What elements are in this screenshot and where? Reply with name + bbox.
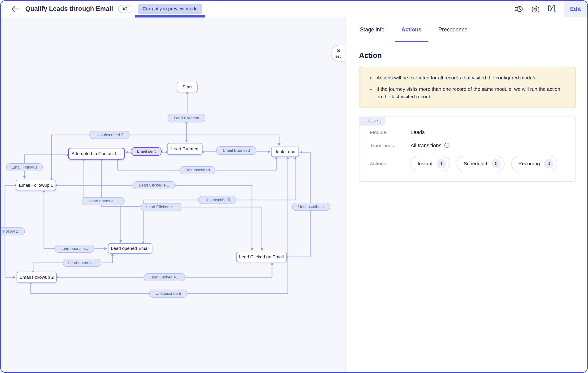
recurring-actions-button[interactable]: Recurring 0 xyxy=(511,156,557,171)
pill-label: Recurring xyxy=(518,161,540,166)
journey-canvas[interactable]: StartLead CreatedAttempted to Contact L.… xyxy=(1,17,346,372)
screenshot-button[interactable] xyxy=(531,4,540,14)
node-lead-opens-e-2[interactable]: Lead opens e... xyxy=(54,245,94,253)
pill-count-badge: 0 xyxy=(491,159,501,168)
node-lead-created[interactable]: Lead Created xyxy=(167,143,202,155)
app-window: Qualify Leads through Email V1 Currently… xyxy=(0,0,588,373)
edit-button[interactable]: Edit xyxy=(564,1,587,17)
node-unsubscribe-4[interactable]: Unsubscribe 4 xyxy=(292,203,330,211)
transitions-label: Transitions xyxy=(370,143,410,149)
pill-count-badge: 0 xyxy=(544,159,554,168)
node-lead-clicked-e-2[interactable]: Lead Clicked e... xyxy=(141,203,181,211)
node-unsubscribed[interactable]: Unsubscribed xyxy=(180,166,215,174)
info-icon[interactable]: ⓘ xyxy=(444,143,450,148)
node-lead-clicked-e-3[interactable]: Lead Clicked e... xyxy=(144,273,185,281)
node-attempted-to-contact[interactable]: Attempted to Contact L... xyxy=(68,148,125,160)
action-heading: Action xyxy=(359,51,576,60)
node-lead-clicked-on-email[interactable]: Lead Clicked on Email xyxy=(236,252,287,262)
module-label: Module xyxy=(370,129,410,135)
node-lead-clicked-e-1[interactable]: Lead Clicked e... xyxy=(133,181,176,189)
top-bar: Qualify Leads through Email V1 Currently… xyxy=(1,1,587,17)
history-clock-icon xyxy=(515,5,523,13)
node-email-bounced[interactable]: Email Bounced xyxy=(216,146,256,155)
notice-item: If the journey visits more than one reco… xyxy=(375,85,567,100)
group-card: GROUP 1 Module Leads Transitions All tra… xyxy=(359,117,576,182)
panel-content: Action Actions will be executed for all … xyxy=(346,51,587,182)
pill-label: Scheduled xyxy=(464,161,487,166)
details-panel: Stage info Actions Precedence Action Act… xyxy=(346,17,587,372)
history-button[interactable] xyxy=(514,4,524,14)
tab-precedence[interactable]: Precedence xyxy=(438,17,467,42)
preview-mode-badge: Currently in preview mode xyxy=(138,4,202,14)
flow-edges xyxy=(1,17,346,372)
actions-label: Actions xyxy=(370,161,410,166)
transitions-value: All transitions xyxy=(410,143,441,149)
notice-item: Actions will be executed for all records… xyxy=(375,74,567,82)
node-lead-creation[interactable]: Lead Creation xyxy=(168,114,205,122)
node-email-followup-2[interactable]: Email Followup 2 xyxy=(17,272,57,283)
node-email-follow-1[interactable]: Email Follow 1 xyxy=(6,163,43,171)
node-email-followup-1[interactable]: Email Followup 1 xyxy=(16,180,56,191)
esc-close-button[interactable]: × esc xyxy=(331,45,346,62)
tab-actions[interactable]: Actions xyxy=(401,17,421,42)
module-value: Leads xyxy=(410,129,566,135)
variable-add-icon xyxy=(547,5,556,13)
esc-label: esc xyxy=(335,54,342,59)
pill-label: Instant xyxy=(418,161,432,166)
node-junk-lead[interactable]: Junk Lead xyxy=(271,147,299,157)
scheduled-actions-button[interactable]: Scheduled 0 xyxy=(457,156,504,171)
node-start[interactable]: Start xyxy=(177,82,198,92)
tab-stage-info[interactable]: Stage info xyxy=(360,17,385,42)
node-unsubscribe-5[interactable]: Unsubscribe 5 xyxy=(149,289,188,298)
node-email-sent[interactable]: Email sent xyxy=(131,147,162,156)
panel-tabs: Stage info Actions Precedence xyxy=(346,17,587,42)
node-unsubscribe-3[interactable]: Unsubscribe 3 xyxy=(198,196,236,204)
version-badge[interactable]: V1 xyxy=(118,5,132,13)
action-notice: Actions will be executed for all records… xyxy=(359,67,576,108)
back-arrow-icon xyxy=(11,6,19,12)
camera-icon xyxy=(531,5,540,13)
back-button[interactable] xyxy=(10,4,21,14)
instant-actions-button[interactable]: Instant 1 xyxy=(410,156,450,171)
node-unsubscribed-2[interactable]: Unsubscribed 2 xyxy=(89,131,129,139)
node-lead-opens-e-3[interactable]: Lead opens e... xyxy=(63,259,101,267)
add-variable-button[interactable] xyxy=(547,4,557,14)
node-follow-2[interactable]: Follow 2 xyxy=(1,227,25,235)
group-tag: GROUP 1 xyxy=(359,117,385,126)
node-lead-opens-e-1[interactable]: Lead opens e... xyxy=(82,197,125,205)
close-icon: × xyxy=(337,48,340,54)
node-lead-opened-email[interactable]: Lead opened Email xyxy=(108,243,152,254)
page-title: Qualify Leads through Email xyxy=(25,5,113,12)
pill-count-badge: 1 xyxy=(437,159,446,168)
